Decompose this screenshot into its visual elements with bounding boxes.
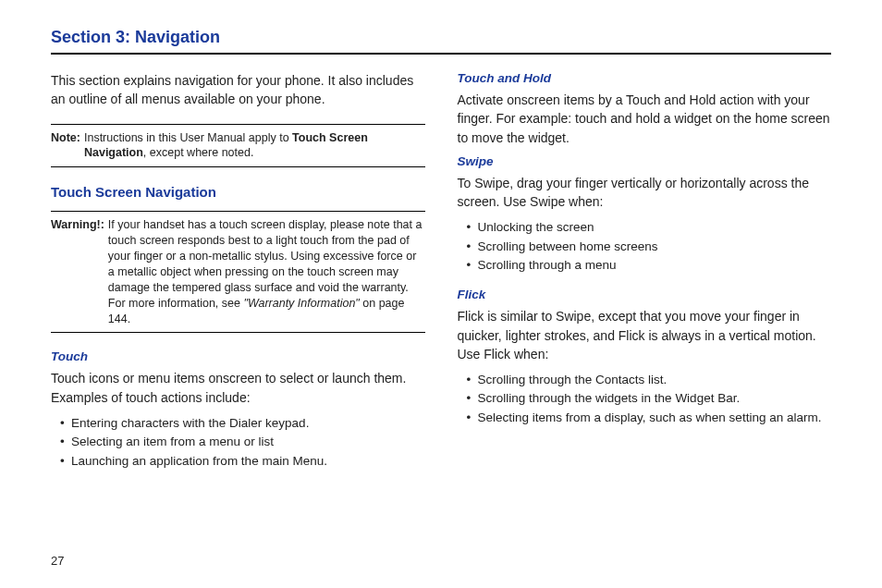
flick-title: Flick: [458, 288, 832, 301]
list-item: Entering characters with the Dialer keyp…: [60, 414, 425, 433]
swipe-bullets: Unlocking the screen Scrolling between h…: [458, 218, 832, 275]
right-column: Touch and Hold Activate onscreen items b…: [458, 71, 832, 484]
touch-hold-title: Touch and Hold: [458, 71, 832, 85]
content-columns: This section explains navigation for you…: [51, 71, 831, 484]
section-title: Section 3: Navigation: [51, 28, 831, 55]
note-label: Note:: [51, 130, 84, 162]
left-column: This section explains navigation for you…: [51, 71, 425, 484]
page-number: 27: [51, 554, 64, 568]
flick-bullets: Scrolling through the Contacts list. Scr…: [458, 371, 832, 427]
warning-label: Warning!:: [51, 217, 108, 326]
warning-italic: "Warranty Information": [243, 297, 359, 310]
note-text: Instructions in this User Manual apply t…: [84, 130, 425, 162]
note-box: Note: Instructions in this User Manual a…: [51, 124, 425, 168]
note-pre: Instructions in this User Manual apply t…: [84, 131, 292, 144]
touch-hold-body: Activate onscreen items by a Touch and H…: [458, 91, 832, 147]
list-item: Scrolling through the widgets in the Wid…: [467, 389, 832, 408]
warning-box: Warning!: If your handset has a touch sc…: [51, 211, 425, 333]
list-item: Launching an application from the main M…: [60, 452, 425, 471]
intro-text: This section explains navigation for you…: [51, 71, 425, 109]
warning-text: If your handset has a touch screen displ…: [108, 217, 425, 326]
subsection-title: Touch Screen Navigation: [51, 184, 425, 200]
list-item: Unlocking the screen: [467, 218, 832, 237]
list-item: Selecting items from a display, such as …: [467, 409, 832, 427]
touch-bullets: Entering characters with the Dialer keyp…: [51, 414, 425, 471]
note-post: , except where noted.: [143, 146, 254, 159]
swipe-body: To Swipe, drag your finger vertically or…: [458, 174, 832, 212]
touch-title: Touch: [51, 349, 425, 363]
flick-body: Flick is similar to Swipe, except that y…: [458, 307, 832, 363]
list-item: Scrolling between home screens: [467, 238, 832, 256]
list-item: Scrolling through the Contacts list.: [467, 371, 832, 389]
touch-body: Touch icons or menu items onscreen to se…: [51, 369, 425, 407]
list-item: Scrolling through a menu: [467, 256, 832, 275]
swipe-title: Swipe: [458, 154, 832, 168]
list-item: Selecting an item from a menu or list: [60, 433, 425, 451]
